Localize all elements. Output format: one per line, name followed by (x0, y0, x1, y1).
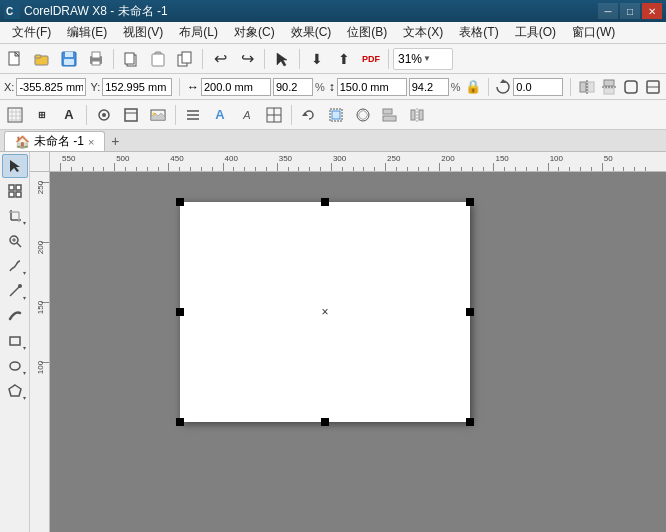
text-toolbar-button[interactable]: A (56, 103, 82, 127)
document-tab[interactable]: 🏠 未命名 -1 × (4, 131, 105, 151)
zoom-tool-button[interactable] (2, 229, 28, 253)
align2-button[interactable] (377, 103, 403, 127)
handle-top-left[interactable] (176, 198, 184, 206)
width-pct-label: % (315, 81, 325, 93)
y-label: Y: (90, 81, 100, 93)
tab-close-icon[interactable]: × (88, 136, 94, 148)
rotation-input[interactable] (513, 78, 563, 96)
svg-rect-72 (10, 337, 20, 345)
artistic-media-button[interactable] (2, 304, 28, 328)
rotate-button[interactable] (296, 103, 322, 127)
menu-text[interactable]: 文本(X) (395, 22, 451, 44)
width-group: ↔ % (187, 78, 325, 96)
mirror-v-button[interactable] (600, 77, 618, 97)
menu-tools[interactable]: 工具(O) (507, 22, 564, 44)
menu-window[interactable]: 窗口(W) (564, 22, 623, 44)
menu-table[interactable]: 表格(T) (451, 22, 506, 44)
add-tab-button[interactable]: + (105, 131, 125, 151)
zoom-dropdown[interactable]: 31% ▼ (393, 48, 453, 70)
crop-tool-button[interactable]: ▾ (2, 204, 28, 228)
lock-aspect-icon[interactable]: 🔒 (465, 79, 481, 94)
new-button[interactable] (2, 47, 28, 71)
transform-button[interactable] (323, 103, 349, 127)
redo-button[interactable]: ↪ (234, 47, 260, 71)
handle-bottom-center[interactable] (321, 418, 329, 426)
rotation-icon (495, 79, 511, 95)
prop-sep-2 (488, 78, 489, 96)
svg-rect-23 (604, 80, 614, 86)
grid-view-button[interactable]: ⊞ (29, 103, 55, 127)
svg-marker-49 (302, 112, 308, 116)
image-button[interactable] (145, 103, 171, 127)
height-icon: ↕ (329, 80, 335, 94)
svg-rect-55 (411, 110, 415, 120)
export-button[interactable]: ⬆ (331, 47, 357, 71)
minimize-button[interactable]: ─ (598, 3, 618, 19)
menu-layout[interactable]: 布局(L) (171, 22, 226, 44)
undo-button[interactable]: ↩ (207, 47, 233, 71)
mirror-h-button[interactable] (578, 77, 596, 97)
canvas-area[interactable]: 55050045040035030025020015010050 2502001… (30, 152, 666, 532)
rectangle-tool-button[interactable]: ▾ (2, 329, 28, 353)
paste-button[interactable] (145, 47, 171, 71)
menu-edit[interactable]: 编辑(E) (59, 22, 115, 44)
svg-rect-24 (604, 88, 614, 94)
svg-rect-38 (125, 109, 137, 121)
effects-button[interactable] (350, 103, 376, 127)
frame-button[interactable] (118, 103, 144, 127)
height-input[interactable] (337, 78, 407, 96)
menu-effects[interactable]: 效果(C) (283, 22, 340, 44)
save-button[interactable] (56, 47, 82, 71)
align-button[interactable] (180, 103, 206, 127)
text2-button[interactable]: A (207, 103, 233, 127)
cursor-button[interactable] (269, 47, 295, 71)
menu-view[interactable]: 视图(V) (115, 22, 171, 44)
shape-prop-button[interactable] (644, 77, 662, 97)
handle-top-right[interactable] (466, 198, 474, 206)
drawing-canvas[interactable]: × (50, 172, 666, 532)
x-input[interactable] (16, 78, 86, 96)
svg-rect-11 (92, 61, 100, 65)
pdf-button[interactable]: PDF (358, 47, 384, 71)
close-button[interactable]: ✕ (642, 3, 662, 19)
char-button[interactable]: A (234, 103, 260, 127)
menu-object[interactable]: 对象(C) (226, 22, 283, 44)
handle-mid-right[interactable] (466, 308, 474, 316)
polygon-tool-button[interactable]: ▾ (2, 379, 28, 403)
node-tool-button[interactable] (2, 179, 28, 203)
svg-marker-74 (9, 385, 21, 396)
distribute-button[interactable] (404, 103, 430, 127)
window-title: CorelDRAW X8 - 未命名 -1 (24, 3, 598, 20)
height-group: ↕ % (329, 78, 461, 96)
import-button[interactable]: ⬇ (304, 47, 330, 71)
open-button[interactable] (29, 47, 55, 71)
handle-bottom-left[interactable] (176, 418, 184, 426)
print-button[interactable] (83, 47, 109, 71)
menu-bar: 文件(F) 编辑(E) 视图(V) 布局(L) 对象(C) 效果(C) 位图(B… (0, 22, 666, 44)
width-pct-input[interactable] (273, 78, 313, 96)
select-tool-button[interactable] (2, 154, 28, 178)
y-input[interactable] (102, 78, 172, 96)
svg-point-73 (10, 362, 20, 370)
pen-tool-button[interactable]: ▾ (2, 279, 28, 303)
ellipse-tool-button[interactable]: ▾ (2, 354, 28, 378)
copy-button[interactable] (118, 47, 144, 71)
handle-mid-left[interactable] (176, 308, 184, 316)
round-corner-button[interactable] (622, 77, 640, 97)
svg-rect-21 (588, 82, 594, 92)
clone-button[interactable] (172, 47, 198, 71)
ruler-corner (30, 152, 50, 172)
maximize-button[interactable]: □ (620, 3, 640, 19)
svg-rect-26 (625, 81, 637, 93)
snap-to-grid-button[interactable] (2, 103, 28, 127)
menu-file[interactable]: 文件(F) (4, 22, 59, 44)
handle-bottom-right[interactable] (466, 418, 474, 426)
width-input[interactable] (201, 78, 271, 96)
view-object-button[interactable] (91, 103, 117, 127)
height-pct-input[interactable] (409, 78, 449, 96)
freehand-tool-button[interactable]: ▾ (2, 254, 28, 278)
handle-top-center[interactable] (321, 198, 329, 206)
table-button[interactable] (261, 103, 287, 127)
y-group: Y: (90, 78, 172, 96)
menu-bitmap[interactable]: 位图(B) (339, 22, 395, 44)
